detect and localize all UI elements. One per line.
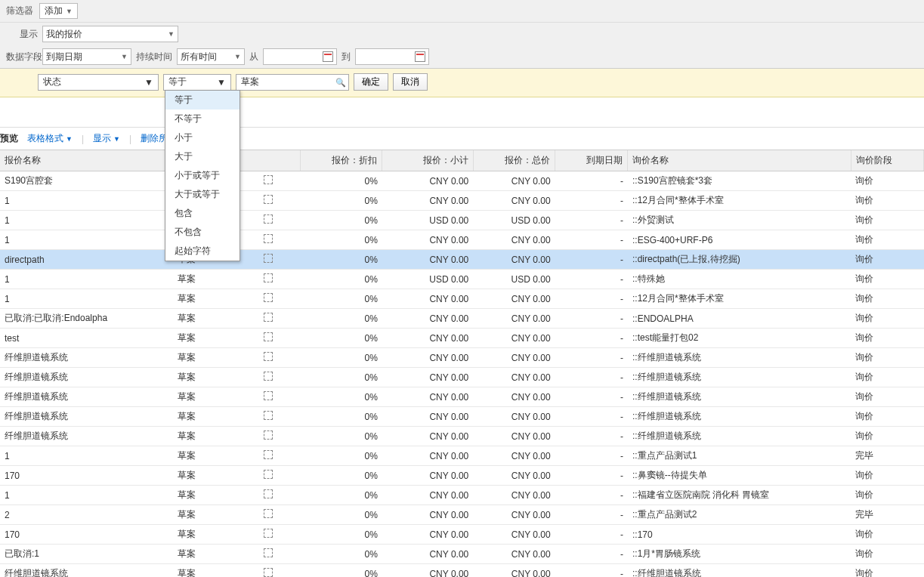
cell-discount: 0% bbox=[300, 329, 382, 348]
cancel-button[interactable]: 取消 bbox=[393, 73, 428, 91]
checkbox-icon[interactable] bbox=[264, 450, 273, 459]
table-row[interactable]: 1草案0%CNY 0.00CNY 0.00-::福建省立医院南院 消化科 胃镜室… bbox=[0, 486, 924, 505]
cell-checkbox[interactable] bbox=[236, 329, 300, 348]
checkbox-icon[interactable] bbox=[264, 214, 273, 224]
cell-checkbox[interactable] bbox=[236, 387, 300, 407]
table-row[interactable]: S190宫腔套草案0%CNY 0.00CNY 0.00-::S190宫腔镜套*3… bbox=[0, 171, 924, 191]
cell-checkbox[interactable] bbox=[236, 525, 300, 545]
checkbox-icon[interactable] bbox=[264, 411, 273, 420]
cell-checkbox[interactable] bbox=[236, 545, 300, 564]
checkbox-icon[interactable] bbox=[264, 332, 273, 341]
table-row[interactable]: 纤维胆道镜系统草案0%CNY 0.00CNY 0.00-::纤维胆道镜系统询价 bbox=[0, 564, 924, 578]
table-row[interactable]: 1草案0%CNY 0.00CNY 0.00-::12月合同*整体手术室询价 bbox=[0, 191, 924, 211]
table-row[interactable]: 纤维胆道镜系统草案0%CNY 0.00CNY 0.00-::纤维胆道镜系统询价 bbox=[0, 368, 924, 387]
operator-option[interactable]: 包含 bbox=[165, 204, 239, 223]
table-row[interactable]: 1草案0%CNY 0.00CNY 0.00-::12月合同*整体手术室询价 bbox=[0, 289, 924, 309]
cell-checkbox[interactable] bbox=[236, 407, 300, 427]
cell-checkbox[interactable] bbox=[236, 289, 300, 309]
cell-checkbox[interactable] bbox=[236, 564, 300, 578]
cell-checkbox[interactable] bbox=[236, 446, 300, 466]
checkbox-icon[interactable] bbox=[264, 548, 273, 557]
table-row[interactable]: 1草案0%CNY 0.00CNY 0.00-::ESG-400+URF-P6询价 bbox=[0, 230, 924, 250]
cell-due: - bbox=[555, 250, 628, 270]
col-subtotal[interactable]: 报价：小计 bbox=[382, 150, 473, 171]
show-select[interactable]: 我的报价▼ bbox=[42, 26, 178, 42]
checkbox-icon[interactable] bbox=[264, 470, 273, 479]
duration-select[interactable]: 所有时间▼ bbox=[177, 48, 245, 65]
cell-checkbox[interactable] bbox=[236, 250, 300, 270]
checkbox-icon[interactable] bbox=[264, 175, 273, 184]
field-select[interactable]: 状态▼ bbox=[38, 74, 159, 91]
table-row[interactable]: 2草案0%CNY 0.00CNY 0.00-::重点产品测试2完毕 bbox=[0, 505, 924, 525]
checkbox-icon[interactable] bbox=[264, 293, 273, 302]
col-inquiry[interactable]: 询价名称 bbox=[628, 150, 851, 171]
search-icon[interactable] bbox=[335, 77, 346, 88]
table-row[interactable]: 纤维胆道镜系统草案0%CNY 0.00CNY 0.00-::纤维胆道镜系统询价 bbox=[0, 407, 924, 427]
table-row[interactable]: 170草案0%CNY 0.00CNY 0.00-::鼻窦镜--待提失单询价 bbox=[0, 466, 924, 486]
col-checkbox[interactable] bbox=[236, 150, 300, 171]
operator-option[interactable]: 大于 bbox=[165, 147, 239, 166]
cell-checkbox[interactable] bbox=[236, 191, 300, 211]
checkbox-icon[interactable] bbox=[264, 273, 273, 282]
cell-checkbox[interactable] bbox=[236, 368, 300, 387]
checkbox-icon[interactable] bbox=[264, 254, 273, 263]
cell-checkbox[interactable] bbox=[236, 211, 300, 230]
checkbox-icon[interactable] bbox=[264, 195, 273, 204]
ok-button[interactable]: 确定 bbox=[354, 73, 388, 91]
checkbox-icon[interactable] bbox=[264, 372, 273, 381]
cell-checkbox[interactable] bbox=[236, 486, 300, 505]
table-row[interactable]: test草案0%CNY 0.00CNY 0.00-::test能量打包02询价 bbox=[0, 329, 924, 348]
checkbox-icon[interactable] bbox=[264, 313, 273, 322]
table-row[interactable]: 1草案0%USD 0.00USD 0.00-::外贸测试询价 bbox=[0, 211, 924, 230]
cell-checkbox[interactable] bbox=[236, 427, 300, 446]
table-row[interactable]: directpath草案0%CNY 0.00CNY 0.00-::directp… bbox=[0, 250, 924, 270]
operator-option[interactable]: 不包含 bbox=[165, 223, 239, 242]
operator-option[interactable]: 等于 bbox=[165, 91, 239, 110]
table-row[interactable]: 纤维胆道镜系统草案0%CNY 0.00CNY 0.00-::纤维胆道镜系统询价 bbox=[0, 387, 924, 407]
display-link[interactable]: 显示 ▼ bbox=[93, 132, 120, 145]
col-due[interactable]: 到期日期 bbox=[555, 150, 628, 171]
cell-status: 草案 bbox=[173, 329, 236, 348]
checkbox-icon[interactable] bbox=[264, 529, 273, 538]
col-stage[interactable]: 询价阶段 bbox=[851, 150, 923, 171]
cell-checkbox[interactable] bbox=[236, 230, 300, 250]
checkbox-icon[interactable] bbox=[264, 568, 273, 577]
checkbox-icon[interactable] bbox=[264, 391, 273, 400]
cell-checkbox[interactable] bbox=[236, 348, 300, 368]
operator-option[interactable]: 起始字符 bbox=[165, 242, 239, 261]
table-row[interactable]: 170草案0%CNY 0.00CNY 0.00-::170询价 bbox=[0, 525, 924, 545]
table-row[interactable]: 1草案0%USD 0.00USD 0.00-::特殊她询价 bbox=[0, 270, 924, 289]
operator-select[interactable]: 等于▼ bbox=[163, 74, 231, 91]
table-row[interactable]: 纤维胆道镜系统草案0%CNY 0.00CNY 0.00-::纤维胆道镜系统询价 bbox=[0, 427, 924, 446]
preview-tab[interactable]: 预览 bbox=[0, 132, 18, 145]
to-date-input[interactable] bbox=[355, 48, 429, 65]
cell-checkbox[interactable] bbox=[236, 466, 300, 486]
table-row[interactable]: 已取消:1草案0%CNY 0.00CNY 0.00-::1月*胃肠镜系统询价 bbox=[0, 545, 924, 564]
cell-checkbox[interactable] bbox=[236, 309, 300, 329]
table-row[interactable]: 1草案0%CNY 0.00CNY 0.00-::重点产品测试1完毕 bbox=[0, 446, 924, 466]
checkbox-icon[interactable] bbox=[264, 509, 273, 518]
table-row[interactable]: 纤维胆道镜系统草案0%CNY 0.00CNY 0.00-::纤维胆道镜系统询价 bbox=[0, 348, 924, 368]
add-filter-button[interactable]: 添加▼ bbox=[39, 3, 78, 19]
col-name[interactable]: 报价名称 bbox=[0, 150, 173, 171]
cell-stage: 询价 bbox=[851, 309, 923, 329]
checkbox-icon[interactable] bbox=[264, 352, 273, 361]
operator-option[interactable]: 不等于 bbox=[165, 110, 239, 128]
checkbox-icon[interactable] bbox=[264, 489, 273, 498]
col-discount[interactable]: 报价：折扣 bbox=[300, 150, 382, 171]
operator-option[interactable]: 小于 bbox=[165, 128, 239, 147]
col-total[interactable]: 报价：总价 bbox=[473, 150, 555, 171]
cell-checkbox[interactable] bbox=[236, 270, 300, 289]
cell-checkbox[interactable] bbox=[236, 505, 300, 525]
from-date-input[interactable] bbox=[263, 48, 337, 65]
table-format-link[interactable]: 表格格式 ▼ bbox=[27, 132, 73, 145]
checkbox-icon[interactable] bbox=[264, 430, 273, 440]
value-input[interactable]: 草案 bbox=[236, 74, 349, 91]
datafield-select[interactable]: 到期日期▼ bbox=[42, 48, 131, 65]
cell-checkbox[interactable] bbox=[236, 171, 300, 191]
operator-option[interactable]: 大于或等于 bbox=[165, 185, 239, 204]
table-row[interactable]: 已取消:已取消:Endoalpha草案0%CNY 0.00CNY 0.00-::… bbox=[0, 309, 924, 329]
cell-stage: 询价 bbox=[851, 486, 923, 505]
checkbox-icon[interactable] bbox=[264, 234, 273, 243]
operator-option[interactable]: 小于或等于 bbox=[165, 166, 239, 185]
